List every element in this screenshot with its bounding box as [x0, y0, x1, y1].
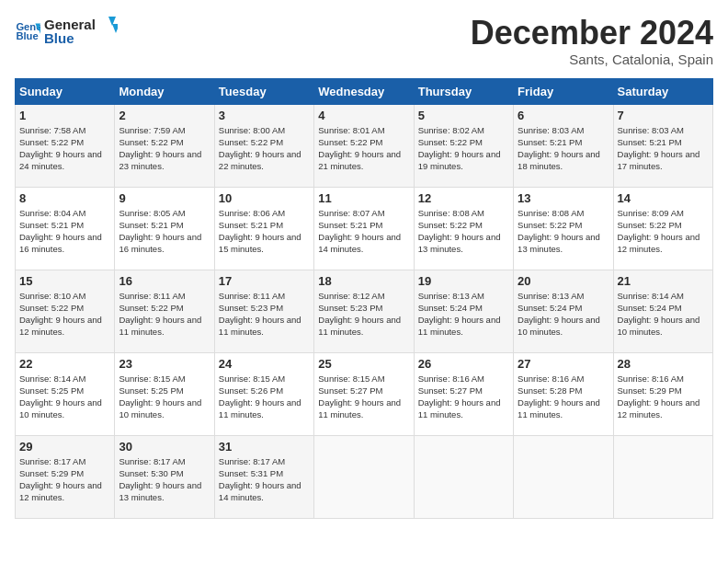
day-number: 2 — [119, 109, 210, 122]
week-row-2: 8Sunrise: 8:04 AMSunset: 5:21 PMDaylight… — [16, 187, 713, 270]
day-header-monday: Monday — [115, 78, 214, 104]
day-cell: 11Sunrise: 8:07 AMSunset: 5:21 PMDayligh… — [314, 187, 414, 270]
day-cell: 29Sunrise: 8:17 AMSunset: 5:29 PMDayligh… — [16, 435, 115, 518]
day-info: Sunrise: 8:16 AMSunset: 5:27 PMDaylight:… — [418, 373, 509, 421]
header: General Blue General Blue December 2024 … — [15, 15, 713, 67]
day-number: 1 — [19, 109, 110, 122]
day-info: Sunrise: 8:02 AMSunset: 5:22 PMDaylight:… — [418, 124, 509, 173]
month-title: December 2024 — [471, 15, 713, 52]
calendar-body: 1Sunrise: 7:58 AMSunset: 5:22 PMDaylight… — [16, 104, 713, 518]
day-cell — [613, 435, 712, 518]
general-blue-logo: General Blue — [44, 15, 118, 48]
day-header-sunday: Sunday — [16, 78, 115, 104]
day-info: Sunrise: 7:58 AMSunset: 5:22 PMDaylight:… — [19, 124, 110, 173]
svg-text:Blue: Blue — [44, 30, 74, 46]
day-cell: 3Sunrise: 8:00 AMSunset: 5:22 PMDaylight… — [214, 104, 313, 187]
day-number: 22 — [19, 357, 110, 371]
day-number: 26 — [418, 357, 509, 371]
day-info: Sunrise: 8:10 AMSunset: 5:22 PMDaylight:… — [19, 290, 110, 339]
day-cell: 16Sunrise: 8:11 AMSunset: 5:22 PMDayligh… — [115, 270, 214, 352]
day-info: Sunrise: 8:09 AMSunset: 5:22 PMDaylight:… — [618, 207, 709, 256]
day-info: Sunrise: 8:17 AMSunset: 5:29 PMDaylight:… — [19, 455, 110, 504]
day-number: 17 — [219, 274, 310, 288]
day-number: 20 — [518, 274, 609, 288]
day-cell: 20Sunrise: 8:13 AMSunset: 5:24 PMDayligh… — [514, 270, 613, 352]
day-info: Sunrise: 8:16 AMSunset: 5:28 PMDaylight:… — [518, 373, 609, 421]
week-row-1: 1Sunrise: 7:58 AMSunset: 5:22 PMDaylight… — [16, 104, 713, 187]
day-cell: 9Sunrise: 8:05 AMSunset: 5:21 PMDaylight… — [115, 187, 214, 270]
logo: General Blue General Blue — [15, 15, 118, 48]
location: Sants, Catalonia, Spain — [471, 52, 713, 67]
day-cell: 27Sunrise: 8:16 AMSunset: 5:28 PMDayligh… — [514, 352, 613, 435]
day-number: 30 — [119, 440, 210, 454]
day-cell: 10Sunrise: 8:06 AMSunset: 5:21 PMDayligh… — [214, 187, 313, 270]
title-area: December 2024 Sants, Catalonia, Spain — [471, 15, 713, 67]
day-number: 4 — [318, 109, 409, 122]
day-info: Sunrise: 8:01 AMSunset: 5:22 PMDaylight:… — [318, 124, 409, 173]
day-cell: 26Sunrise: 8:16 AMSunset: 5:27 PMDayligh… — [414, 352, 513, 435]
day-info: Sunrise: 7:59 AMSunset: 5:22 PMDaylight:… — [119, 124, 210, 173]
day-cell: 2Sunrise: 7:59 AMSunset: 5:22 PMDaylight… — [115, 104, 214, 187]
day-number: 12 — [418, 191, 509, 205]
day-number: 8 — [19, 191, 110, 205]
day-cell: 21Sunrise: 8:14 AMSunset: 5:24 PMDayligh… — [613, 270, 712, 352]
day-info: Sunrise: 8:11 AMSunset: 5:23 PMDaylight:… — [219, 290, 310, 339]
day-cell: 18Sunrise: 8:12 AMSunset: 5:23 PMDayligh… — [314, 270, 414, 352]
day-number: 19 — [418, 274, 509, 288]
day-cell: 14Sunrise: 8:09 AMSunset: 5:22 PMDayligh… — [613, 187, 712, 270]
day-number: 11 — [318, 191, 409, 205]
day-number: 23 — [119, 357, 210, 371]
week-row-5: 29Sunrise: 8:17 AMSunset: 5:29 PMDayligh… — [16, 435, 713, 518]
day-info: Sunrise: 8:08 AMSunset: 5:22 PMDaylight:… — [418, 207, 509, 256]
day-number: 18 — [318, 274, 409, 288]
day-info: Sunrise: 8:03 AMSunset: 5:21 PMDaylight:… — [518, 124, 609, 173]
svg-marker-7 — [112, 24, 118, 33]
day-cell: 31Sunrise: 8:17 AMSunset: 5:31 PMDayligh… — [214, 435, 313, 518]
calendar-table: SundayMondayTuesdayWednesdayThursdayFrid… — [15, 78, 713, 519]
day-info: Sunrise: 8:03 AMSunset: 5:21 PMDaylight:… — [618, 124, 709, 173]
logo-icon: General Blue — [15, 18, 40, 44]
svg-text:Blue: Blue — [16, 30, 38, 41]
day-header-wednesday: Wednesday — [314, 78, 414, 104]
day-info: Sunrise: 8:14 AMSunset: 5:25 PMDaylight:… — [19, 373, 110, 421]
day-cell: 15Sunrise: 8:10 AMSunset: 5:22 PMDayligh… — [16, 270, 115, 352]
day-number: 10 — [219, 191, 310, 205]
days-header-row: SundayMondayTuesdayWednesdayThursdayFrid… — [16, 78, 713, 104]
day-number: 16 — [119, 274, 210, 288]
day-cell: 4Sunrise: 8:01 AMSunset: 5:22 PMDaylight… — [314, 104, 414, 187]
day-number: 3 — [219, 109, 310, 122]
day-header-friday: Friday — [514, 78, 613, 104]
day-cell: 1Sunrise: 7:58 AMSunset: 5:22 PMDaylight… — [16, 104, 115, 187]
day-info: Sunrise: 8:00 AMSunset: 5:22 PMDaylight:… — [219, 124, 310, 173]
day-info: Sunrise: 8:04 AMSunset: 5:21 PMDaylight:… — [19, 207, 110, 256]
day-number: 15 — [19, 274, 110, 288]
day-number: 13 — [518, 191, 609, 205]
day-cell: 7Sunrise: 8:03 AMSunset: 5:21 PMDaylight… — [613, 104, 712, 187]
day-number: 7 — [618, 109, 709, 122]
day-header-saturday: Saturday — [613, 78, 712, 104]
day-number: 31 — [219, 440, 310, 454]
day-number: 24 — [219, 357, 310, 371]
day-number: 27 — [518, 357, 609, 371]
day-info: Sunrise: 8:15 AMSunset: 5:25 PMDaylight:… — [119, 373, 210, 421]
day-cell: 28Sunrise: 8:16 AMSunset: 5:29 PMDayligh… — [613, 352, 712, 435]
day-info: Sunrise: 8:08 AMSunset: 5:22 PMDaylight:… — [518, 207, 609, 256]
day-info: Sunrise: 8:14 AMSunset: 5:24 PMDaylight:… — [618, 290, 709, 339]
day-info: Sunrise: 8:16 AMSunset: 5:29 PMDaylight:… — [618, 373, 709, 421]
day-number: 21 — [618, 274, 709, 288]
day-cell: 12Sunrise: 8:08 AMSunset: 5:22 PMDayligh… — [414, 187, 513, 270]
day-number: 25 — [318, 357, 409, 371]
day-info: Sunrise: 8:07 AMSunset: 5:21 PMDaylight:… — [318, 207, 409, 256]
day-header-thursday: Thursday — [414, 78, 513, 104]
day-info: Sunrise: 8:06 AMSunset: 5:21 PMDaylight:… — [219, 207, 310, 256]
day-cell: 6Sunrise: 8:03 AMSunset: 5:21 PMDaylight… — [514, 104, 613, 187]
day-cell: 5Sunrise: 8:02 AMSunset: 5:22 PMDaylight… — [414, 104, 513, 187]
week-row-3: 15Sunrise: 8:10 AMSunset: 5:22 PMDayligh… — [16, 270, 713, 352]
day-cell: 24Sunrise: 8:15 AMSunset: 5:26 PMDayligh… — [214, 352, 313, 435]
day-info: Sunrise: 8:15 AMSunset: 5:27 PMDaylight:… — [318, 373, 409, 421]
day-info: Sunrise: 8:05 AMSunset: 5:21 PMDaylight:… — [119, 207, 210, 256]
day-info: Sunrise: 8:17 AMSunset: 5:30 PMDaylight:… — [119, 455, 210, 504]
day-info: Sunrise: 8:15 AMSunset: 5:26 PMDaylight:… — [219, 373, 310, 421]
day-cell: 19Sunrise: 8:13 AMSunset: 5:24 PMDayligh… — [414, 270, 513, 352]
day-header-tuesday: Tuesday — [214, 78, 313, 104]
